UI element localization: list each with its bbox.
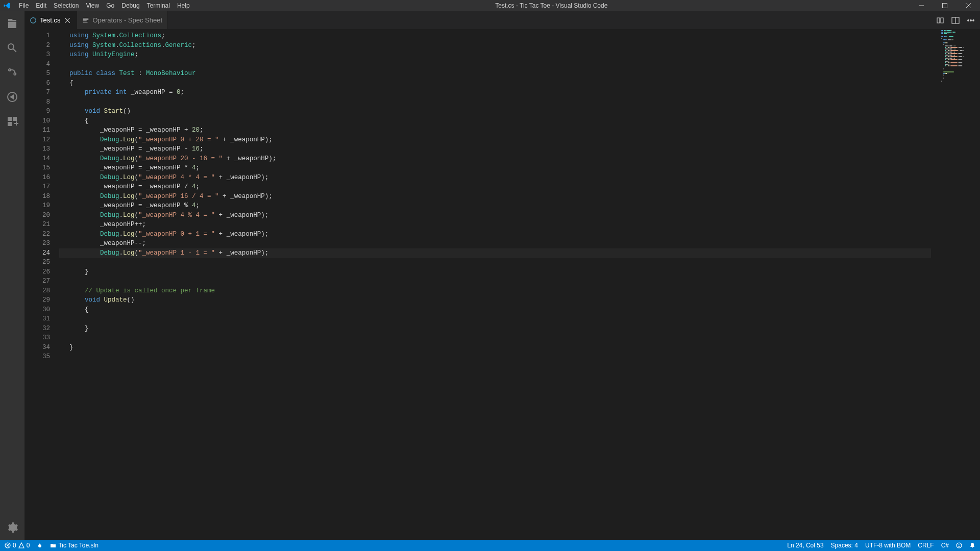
folder-icon <box>50 542 56 548</box>
status-eol[interactable]: CRLF <box>914 540 937 551</box>
svg-point-8 <box>958 544 959 545</box>
status-sync[interactable] <box>33 542 46 548</box>
text-file-icon <box>82 17 89 24</box>
menu-view[interactable]: View <box>82 0 103 11</box>
tabbar: Test.cs Operators - Spec Sheet <box>24 11 980 29</box>
line-gutter: 1234567891011121314151617181920212223242… <box>24 29 59 540</box>
vscode-logo-icon <box>0 2 14 9</box>
tab-close-icon[interactable] <box>63 16 71 24</box>
activity-bar <box>0 11 24 540</box>
status-lncol[interactable]: Ln 24, Col 53 <box>783 540 827 551</box>
editor-body[interactable]: 1234567891011121314151617181920212223242… <box>24 29 980 540</box>
tab-label: Test.cs <box>40 16 60 24</box>
menu-selection[interactable]: Selection <box>50 0 82 11</box>
activity-explorer[interactable] <box>0 11 24 36</box>
close-button[interactable] <box>957 0 980 11</box>
menu-file[interactable]: File <box>15 0 32 11</box>
tab-label: Operators - Spec Sheet <box>92 16 162 24</box>
status-lang[interactable]: C# <box>938 540 952 551</box>
svg-point-3 <box>968 19 969 21</box>
menu-terminal[interactable]: Terminal <box>143 0 174 11</box>
titlebar: File Edit Selection View Go Debug Termin… <box>0 0 980 11</box>
flame-icon <box>37 542 43 548</box>
svg-point-5 <box>973 19 974 21</box>
activity-extensions[interactable] <box>0 109 24 134</box>
activity-settings[interactable] <box>0 515 24 540</box>
csharp-file-icon <box>30 17 37 24</box>
status-warnings-count: 0 <box>27 540 30 551</box>
code-content[interactable]: using System.Collections;using System.Co… <box>59 29 931 540</box>
status-spaces[interactable]: Spaces: 4 <box>827 540 862 551</box>
minimap[interactable] <box>931 29 980 540</box>
tab-actions <box>931 11 980 29</box>
status-solution-label: Tic Tac Toe.sln <box>58 540 98 551</box>
status-errors[interactable]: 0 0 <box>1 540 33 551</box>
menu-bar: File Edit Selection View Go Debug Termin… <box>14 0 193 11</box>
tab-test-cs[interactable]: Test.cs <box>24 11 77 29</box>
svg-point-9 <box>960 544 961 545</box>
editor-area: Test.cs Operators - Spec Sheet 123456789… <box>24 11 980 540</box>
more-actions-icon[interactable] <box>967 16 975 24</box>
activity-debug[interactable] <box>0 85 24 109</box>
menu-edit[interactable]: Edit <box>32 0 50 11</box>
error-icon <box>5 542 11 548</box>
status-errors-count: 0 <box>13 540 16 551</box>
warning-icon <box>18 542 24 548</box>
statusbar: 0 0 Tic Tac Toe.sln Ln 24, Col 53 Spaces… <box>0 540 980 551</box>
tab-operators-spec[interactable]: Operators - Spec Sheet <box>77 11 168 29</box>
menu-debug[interactable]: Debug <box>118 0 143 11</box>
menu-go[interactable]: Go <box>103 0 118 11</box>
svg-point-1 <box>31 17 36 23</box>
smiley-icon <box>956 542 962 548</box>
menu-help[interactable]: Help <box>174 0 193 11</box>
compare-changes-icon[interactable] <box>936 16 944 24</box>
status-notifications[interactable] <box>966 542 979 548</box>
activity-search[interactable] <box>0 36 24 60</box>
minimize-button[interactable] <box>910 0 933 11</box>
bell-icon <box>969 542 975 548</box>
activity-scm[interactable] <box>0 60 24 85</box>
svg-point-4 <box>970 19 972 21</box>
status-encoding[interactable]: UTF-8 with BOM <box>862 540 914 551</box>
maximize-button[interactable] <box>933 0 957 11</box>
status-solution[interactable]: Tic Tac Toe.sln <box>46 540 102 551</box>
status-feedback[interactable] <box>952 542 966 548</box>
window-controls <box>910 0 980 11</box>
split-editor-icon[interactable] <box>951 16 960 24</box>
svg-point-7 <box>957 543 962 548</box>
window-title: Test.cs - Tic Tac Toe - Visual Studio Co… <box>193 2 910 9</box>
svg-rect-0 <box>943 4 947 8</box>
